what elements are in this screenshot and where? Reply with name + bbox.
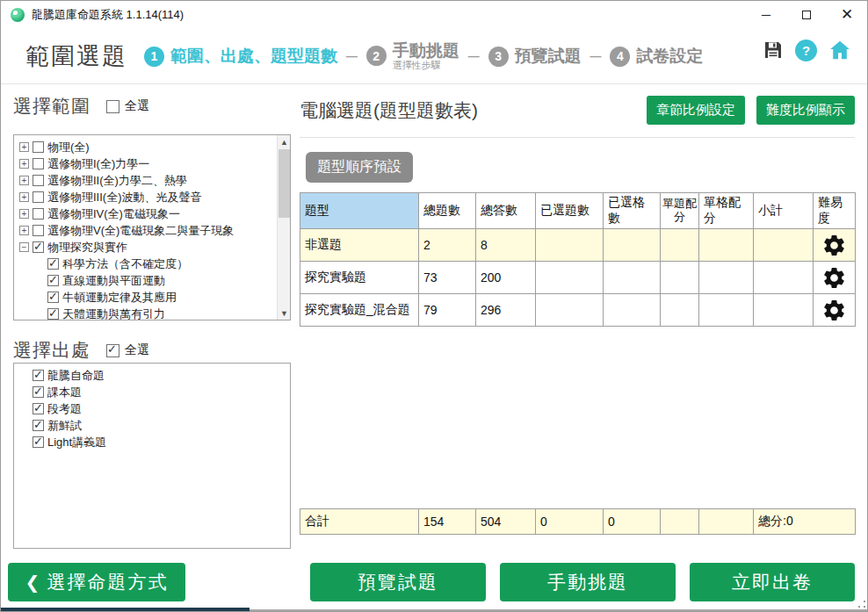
cell-score-per-cell[interactable] [699, 229, 754, 262]
table-row: 探究實驗題_混合題 79 296 [300, 294, 856, 327]
checkbox[interactable] [33, 436, 44, 448]
close-button[interactable]: ✕ [827, 1, 867, 28]
preview-questions-button[interactable]: 預覽試題 [310, 563, 486, 601]
cell-score-per-cell[interactable] [699, 262, 754, 294]
tree-item-label: 科學方法（含不確定度） [62, 256, 188, 272]
expand-icon[interactable]: + [19, 226, 29, 235]
tree-item[interactable]: + 選修物理IV(全)電磁現象一 [18, 205, 290, 222]
tree-item[interactable]: + 選修物理I(全)力學一 [18, 155, 290, 172]
step-2-sublabel: 選擇性步驟 [393, 60, 459, 70]
difficulty-cell[interactable] [814, 229, 856, 262]
checkbox[interactable] [33, 175, 44, 186]
cell-subtotal [754, 294, 814, 327]
tree-item[interactable]: 牛頓運動定律及其應用 [18, 289, 290, 306]
total-questions-value: 154 [419, 509, 476, 535]
checkbox[interactable] [33, 208, 44, 220]
checkbox[interactable] [33, 386, 44, 398]
checkbox[interactable] [33, 241, 44, 253]
app-logo-icon [11, 8, 25, 22]
checkbox[interactable] [47, 308, 59, 320]
question-type-table: 題型 總題數 總答數 已選題數 已選格數 單題配分 單格配分 小計 難易度 非選… [300, 192, 856, 327]
cell-subtotal [754, 229, 814, 262]
back-button-label: 選擇命題方式 [47, 570, 168, 594]
scroll-up-icon[interactable]: ▲ [278, 135, 291, 148]
tree-item-label: 直線運動與平面運動 [62, 273, 165, 289]
difficulty-ratio-button[interactable]: 難度比例顯示 [756, 96, 855, 125]
tree-item[interactable]: − 物理探究與實作 [18, 239, 290, 256]
minimize-button[interactable]: ─ [746, 1, 786, 28]
list-item-label: Light講義題 [47, 435, 106, 450]
generate-exam-button[interactable]: 立即出卷 [690, 563, 855, 601]
cell-score-per-question[interactable] [661, 262, 699, 294]
back-to-mode-button[interactable]: ❮ 選擇命題方式 [8, 563, 185, 601]
type-order-button[interactable]: 題型順序預設 [306, 152, 413, 183]
checkbox[interactable] [33, 191, 44, 203]
tree-item-label: 選修物理V(全)電磁現象二與量子現象 [47, 223, 234, 239]
tree-item[interactable]: + 物理(全) [18, 139, 290, 155]
checkbox[interactable] [33, 420, 44, 431]
cell-score-per-question[interactable] [661, 294, 699, 327]
col-header-total-questions: 總題數 [419, 193, 476, 229]
checkbox[interactable] [33, 370, 44, 381]
gear-icon[interactable] [821, 233, 847, 258]
step-dash: ─ [590, 47, 602, 66]
chapter-ratio-button[interactable]: 章節比例設定 [647, 96, 745, 125]
tree-item[interactable]: 天體運動與萬有引力 [18, 306, 290, 320]
collapse-icon[interactable]: − [19, 242, 29, 252]
tree-scrollbar[interactable]: ▲ ▼ [277, 135, 290, 320]
gear-icon[interactable] [821, 298, 847, 323]
help-icon[interactable]: ? [795, 40, 817, 61]
checkbox[interactable] [47, 275, 59, 286]
cell-score-per-cell[interactable] [699, 294, 754, 327]
scrollbar-thumb[interactable] [278, 149, 290, 218]
tree-item[interactable]: + 選修物理II(全)力學二、熱學 [18, 172, 290, 189]
tree-item[interactable]: + 選修物理III(全)波動、光及聲音 [18, 189, 290, 205]
list-item[interactable]: 新鮮試 [18, 417, 290, 434]
manual-pick-button[interactable]: 手動挑題 [500, 563, 676, 601]
tree-item-label: 物理探究與實作 [47, 240, 127, 256]
home-icon[interactable] [828, 39, 851, 61]
totals-row: 合計 154 504 0 0 總分:0 [300, 508, 856, 535]
page-title: 範圍選題 [25, 40, 127, 72]
expand-icon[interactable]: + [19, 159, 29, 169]
cell-score-per-question[interactable] [661, 229, 699, 262]
expand-icon[interactable]: + [19, 209, 29, 219]
list-item[interactable]: 龍騰自命題 [18, 367, 290, 384]
checkbox[interactable] [47, 258, 59, 270]
checkbox[interactable] [33, 403, 44, 414]
range-select-all-label: 全選 [125, 98, 149, 114]
checkbox[interactable] [33, 141, 44, 153]
tree-item[interactable]: 直線運動與平面運動 [18, 272, 290, 289]
checkbox[interactable] [33, 225, 44, 236]
cell-selected-questions [536, 294, 604, 327]
expand-icon[interactable]: + [19, 192, 29, 202]
checkbox[interactable] [33, 158, 44, 169]
table-row: 探究實驗題 73 200 [300, 262, 856, 294]
difficulty-cell[interactable] [814, 262, 856, 294]
step-4-circle: 4 [610, 47, 630, 67]
tree-item[interactable]: 科學方法（含不確定度） [18, 256, 290, 272]
step-2-label: 手動挑題 [393, 42, 459, 61]
resize-grip[interactable] [858, 601, 865, 608]
step-3-circle: 3 [488, 47, 509, 67]
maximize-icon [802, 11, 811, 19]
difficulty-cell[interactable] [814, 294, 856, 327]
list-item[interactable]: 段考題 [18, 400, 290, 417]
cell-selected-questions [536, 229, 604, 262]
maximize-button[interactable] [786, 1, 827, 28]
step-1-label: 範圍、出處、題型題數 [170, 47, 337, 66]
gear-icon[interactable] [821, 265, 847, 291]
range-select-all-checkbox[interactable] [106, 100, 119, 113]
expand-icon[interactable]: + [19, 142, 29, 152]
source-select-all-checkbox[interactable] [106, 344, 119, 357]
list-item[interactable]: 課本題 [18, 384, 290, 400]
expand-icon[interactable]: + [19, 176, 29, 185]
checkbox[interactable] [47, 292, 59, 303]
save-icon[interactable] [763, 40, 784, 61]
tree-item[interactable]: + 選修物理V(全)電磁現象二與量子現象 [18, 222, 290, 239]
tree-item-label: 選修物理I(全)力學一 [47, 156, 149, 172]
titlebar: 龍騰題庫命題系統 1.1.14(114) ─ ✕ [1, 1, 867, 28]
cell-type: 非選題 [300, 229, 419, 262]
scroll-down-icon[interactable]: ▼ [278, 306, 291, 320]
list-item[interactable]: Light講義題 [18, 434, 290, 450]
